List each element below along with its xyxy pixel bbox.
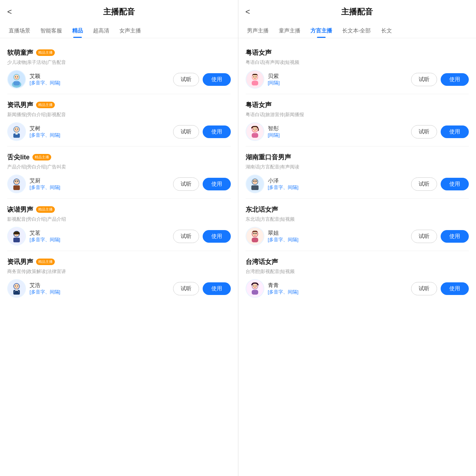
avatar-1 [246, 122, 264, 141]
left-title: 主播配音 [103, 6, 135, 17]
voice-name-0: 粤语女声 [246, 48, 272, 57]
right-back-button[interactable]: < [246, 7, 250, 17]
voice-name-2: 舌尖lite [7, 153, 30, 162]
audition-button-4[interactable]: 试听 [173, 282, 199, 295]
voice-desc-2: 湖南话|方言配音|有声阅读 [246, 164, 469, 170]
voice-name-4: 资讯男声 [7, 257, 33, 266]
avatar-tags-2: [多音字、间隔] [268, 184, 299, 191]
voice-badge-2: 精品主播 [32, 154, 51, 160]
svg-point-5 [17, 76, 18, 78]
avatar-tags-3: [多音字、间隔] [268, 237, 299, 243]
avatar-name-2: 艾厨 [30, 177, 60, 184]
voice-name-1: 粤语女声 [246, 101, 272, 109]
voice-card-1: 粤语女声粤语白话|旅游宣传|新闻播报 智彤[间隔]试听使用 [246, 94, 469, 146]
voice-badge-3: 精品主播 [36, 206, 55, 213]
voice-name-0: 软萌童声 [7, 48, 33, 57]
audition-button-3[interactable]: 试听 [411, 230, 437, 243]
avatar-0 [246, 70, 264, 89]
audition-button-1[interactable]: 试听 [173, 125, 199, 138]
use-button-3[interactable]: 使用 [441, 230, 469, 243]
tab-智能客服[interactable]: 智能客服 [35, 24, 67, 38]
svg-rect-14 [16, 133, 18, 135]
voice-desc-1: 粤语白话|旅游宣传|新闻播报 [246, 111, 469, 118]
audition-button-2[interactable]: 试听 [173, 177, 199, 191]
use-button-0[interactable]: 使用 [203, 73, 231, 86]
tab-长文[interactable]: 长文 [376, 24, 397, 38]
voice-card-3: 诙谐男声精品主播影视配音|旁白介绍|产品介绍 艾茗[多音字、间隔]试听使用 [7, 199, 231, 251]
tab-男声主播[interactable]: 男声主播 [242, 24, 274, 38]
tab-方言主播[interactable]: 方言主播 [305, 24, 337, 38]
avatar-tags-4: [多音字、间隔] [268, 289, 299, 295]
use-button-2[interactable]: 使用 [203, 178, 231, 190]
avatar-tags-4: [多音字、间隔] [30, 289, 60, 295]
voice-card-3: 东北话女声东北话|方言配音|短视频 翠姐[多音字、间隔]试听使用 [246, 199, 469, 251]
avatar-name-0: 艾颖 [30, 73, 60, 80]
audition-button-4[interactable]: 试听 [411, 282, 437, 295]
avatar-name-1: 艾树 [30, 125, 60, 132]
avatar-name-0: 贝紫 [268, 73, 280, 80]
use-button-1[interactable]: 使用 [203, 125, 231, 138]
voice-card-4: 资讯男声精品主播商务宣传|政策解读|法律宣讲 艾浩[多音字、间隔]试听使用 [7, 251, 231, 303]
svg-rect-70 [252, 290, 258, 295]
svg-point-40 [254, 76, 254, 78]
left-back-button[interactable]: < [7, 7, 12, 17]
svg-point-46 [254, 129, 254, 130]
avatar-2 [7, 175, 26, 193]
voice-desc-4: 台湾腔|影视配音|短视频 [246, 268, 469, 275]
svg-rect-48 [252, 133, 258, 138]
left-tabs: 直播场景智能客服精品超高清女声主播 [0, 24, 238, 38]
avatar-name-4: 艾浩 [30, 282, 60, 289]
right-header: < 主播配音 [238, 0, 476, 24]
tab-直播场景[interactable]: 直播场景 [4, 24, 35, 38]
avatar-tags-1: [间隔] [268, 132, 280, 138]
use-button-2[interactable]: 使用 [441, 178, 469, 190]
right-screen: < 主播配音 男声主播童声主播方言主播长文本-全部长文 粤语女声粤语白话|有声阅… [238, 0, 476, 476]
tab-长文本-全部[interactable]: 长文本-全部 [337, 24, 376, 38]
avatar-tags-0: [间隔] [268, 80, 280, 86]
tab-女声主播[interactable]: 女声主播 [114, 24, 146, 38]
right-title: 主播配音 [341, 6, 373, 17]
use-button-1[interactable]: 使用 [441, 125, 469, 138]
voice-card-1: 资讯男声精品主播新闻播报|旁白介绍|影视配音 艾树[多音字、间隔]试听使用 [7, 94, 231, 146]
svg-rect-42 [252, 81, 258, 85]
use-button-4[interactable]: 使用 [203, 282, 231, 295]
svg-point-9 [14, 127, 19, 132]
avatar-4 [246, 279, 264, 298]
tab-童声主播[interactable]: 童声主播 [274, 24, 305, 38]
svg-point-69 [256, 286, 256, 287]
right-tabs: 男声主播童声主播方言主播长文本-全部长文 [238, 24, 476, 38]
svg-point-45 [252, 127, 257, 132]
voice-badge-0: 精品主播 [36, 49, 55, 56]
right-content: 粤语女声粤语白话|有声阅读|短视频 贝紫[间隔]试听使用粤语女声粤语白话|旅游宣… [238, 38, 476, 476]
audition-button-2[interactable]: 试听 [411, 177, 437, 191]
avatar-tags-2: [多音字、间隔] [30, 184, 60, 191]
use-button-0[interactable]: 使用 [441, 73, 469, 86]
svg-rect-56 [251, 185, 259, 190]
audition-button-1[interactable]: 试听 [411, 125, 437, 138]
use-button-4[interactable]: 使用 [441, 282, 469, 295]
audition-button-0[interactable]: 试听 [173, 73, 199, 86]
svg-point-47 [256, 129, 256, 130]
svg-point-32 [15, 286, 16, 287]
avatar-4 [7, 279, 26, 298]
svg-point-59 [252, 232, 257, 237]
voice-desc-0: 粤语白话|有声阅读|短视频 [246, 59, 469, 66]
svg-point-10 [15, 129, 16, 130]
tab-超高清[interactable]: 超高清 [88, 24, 114, 38]
voice-name-3: 诙谐男声 [7, 205, 33, 214]
voice-desc-0: 少儿读物|亲子活动|广告配音 [7, 59, 231, 66]
svg-rect-28 [13, 238, 20, 242]
avatar-3 [7, 227, 26, 246]
svg-point-33 [17, 286, 18, 287]
voice-badge-4: 精品主播 [36, 259, 55, 265]
svg-rect-64 [252, 238, 258, 242]
avatar-tags-0: [多音字、间隔] [30, 80, 60, 86]
tab-精品[interactable]: 精品 [67, 24, 88, 38]
audition-button-0[interactable]: 试听 [411, 73, 437, 86]
voice-desc-4: 商务宣传|政策解读|法律宣讲 [7, 268, 231, 275]
avatar-3 [246, 227, 264, 246]
avatar-name-4: 青青 [268, 282, 299, 289]
voice-name-3: 东北话女声 [246, 205, 278, 214]
use-button-3[interactable]: 使用 [203, 230, 231, 243]
audition-button-3[interactable]: 试听 [173, 230, 199, 243]
